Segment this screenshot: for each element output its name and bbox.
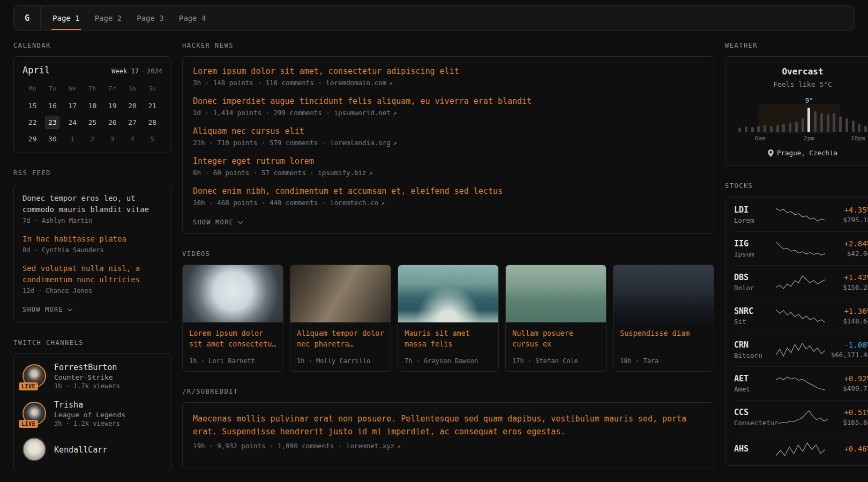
external-link-icon[interactable]: ↗ [369,169,373,177]
hn-item-title[interactable]: Donec enim nibh, condimentum et accumsan… [193,186,704,196]
left-column: CALENDAR April Week 17·2024 Mo Tu We Th … [13,37,171,482]
twitch-channel-meta: 1h · 1.7k viewers [54,382,120,390]
rss-item: In hac habitasse platea 8d · Cynthia Sau… [23,234,162,254]
video-card[interactable]: Aliquam tempor dolor nec pharetra… 1h · … [290,265,391,372]
calendar-day-header: Sa [122,82,142,97]
stock-name: Ipsum [734,250,776,258]
external-link-icon[interactable]: ↗ [380,199,385,207]
external-link-icon[interactable]: ↗ [388,79,393,87]
twitch-channel-row[interactable]: KendallCarr [23,438,162,462]
stock-sparkline [776,375,825,391]
stock-change: +0.46% [825,445,868,453]
hackernews-section-label: HACKER NEWS [182,42,714,49]
twitch-channel-row[interactable]: LIVE Trisha League of Legends 3h · 1.2k … [23,400,162,427]
twitch-channel-name: KendallCarr [54,445,107,455]
stock-sparkline [776,342,825,358]
stock-change: +4.35% [825,206,868,214]
hn-domain-link[interactable]: ipsumify.biz [318,169,366,177]
video-card[interactable]: Mauris sit amet massa felis 7h · Grayson… [398,265,499,372]
stock-name: Lorem [734,216,776,224]
twitch-channel-row[interactable]: LIVE ForrestBurton Counter-Strike 1h · 1… [23,363,162,390]
hn-item-title[interactable]: Lorem ipsum dolor sit amet, consectetur … [193,66,704,76]
stock-row[interactable]: CRN Bitcorn -1.00% $66,171.48 [734,333,868,366]
stock-row[interactable]: SNRC Sit +1.36% $148.64 [734,299,868,333]
twitch-channel-name: Trisha [54,400,125,410]
tab-page-1[interactable]: Page 1 [45,6,87,30]
video-card[interactable]: Suspendisse diam 18h · Tara [613,265,714,372]
rss-item-title[interactable]: Donec tempor eros leo, ut commodo mauris… [23,193,162,215]
weather-current-temp: 9° [805,97,813,104]
video-thumbnail[interactable] [183,265,283,322]
stock-price: $165.84 [828,418,868,426]
stock-row[interactable]: CCS Consectetur +0.51% $165.84 [734,400,868,434]
weather-bar [852,120,855,132]
stock-symbol: AHS [734,444,776,454]
rss-show-more-button[interactable]: SHOW MORE [23,306,72,313]
stock-row[interactable]: DBS Dolor +1.42% $156.28 [734,265,868,299]
hackernews-card: Lorem ipsum dolor sit amet, consectetur … [182,56,714,234]
stock-symbol: SNRC [734,306,776,316]
video-thumbnail[interactable] [290,265,391,322]
hn-item-title[interactable]: Aliquam nec cursus elit [193,126,704,136]
video-thumbnail[interactable] [506,265,606,322]
weather-bar [745,126,747,132]
stock-values: +0.51% $165.84 [828,408,868,426]
tab-page-4[interactable]: Page 4 [171,6,214,30]
twitch-channel-info: Trisha League of Legends 3h · 1.2k viewe… [54,400,125,427]
stock-name: Sit [734,318,776,326]
stock-row[interactable]: AHS +0.46% [734,434,868,464]
weather-bar [757,126,760,132]
video-thumbnail[interactable] [613,265,714,322]
calendar-day-next-month: 3 [102,131,122,147]
video-title[interactable]: Suspendisse diam [620,328,707,339]
calendar-header: April Week 17·2024 [23,65,162,76]
rss-section-label: RSS FEED [13,169,171,177]
video-title[interactable]: Aliquam tempor dolor nec pharetra… [297,328,384,349]
hn-domain-link[interactable]: loremlandia.org [330,139,391,147]
video-card[interactable]: Nullam posuere cursus ex 17h · Stefan Co… [505,265,607,372]
weather-bar [776,125,779,132]
video-title[interactable]: Lorem ipsum dolor sit amet consectetu… [189,328,276,349]
stocks-card: LDI Lorem +4.35% $795.18 IIG Ipsum [725,197,868,466]
stock-row[interactable]: AET Amet +0.92% $499.72 [734,366,868,400]
external-link-icon[interactable]: ↗ [393,109,397,117]
reddit-domain-link[interactable]: loremnet.xyz [346,442,394,450]
stock-change: +0.51% [828,408,868,417]
rss-item-title[interactable]: In hac habitasse platea [23,234,162,245]
app-logo[interactable]: G [14,6,41,30]
hn-item-title[interactable]: Donec imperdiet augue tincidunt felis al… [193,96,704,106]
subreddit-widget: /R/SUBREDDIT Maecenas mollis pulvinar er… [182,388,714,469]
calendar-day-selected: 23 [45,116,59,129]
rss-item-title[interactable]: Sed volutpat nulla nisl, a condimentum n… [23,263,162,285]
hn-item-meta: 16h · 468 points · 440 comments · loremt… [193,199,704,207]
stock-row[interactable]: IIG Ipsum +2.84% $42.04 [734,231,868,265]
calendar-day-header: Tu [42,82,62,97]
weather-bar [795,122,798,132]
hn-domain-link[interactable]: loremtech.co [330,199,378,207]
hn-show-more-button[interactable]: SHOW MORE [193,219,242,226]
calendar-day-header: Mo [23,82,42,97]
stock-values: +4.35% $795.18 [825,206,868,224]
video-card[interactable]: Lorem ipsum dolor sit amet consectetu… 1… [182,265,283,372]
external-link-icon[interactable]: ↗ [393,139,397,147]
top-navigation-bar: G Page 1 Page 2 Page 3 Page 4 [13,5,855,31]
reddit-meta-text: 19h · 9,932 points · 1,090 comments · [193,442,342,450]
calendar-day-header: Su [143,82,162,97]
hn-domain-link[interactable]: ipsumworld.net [334,109,390,117]
tab-page-3[interactable]: Page 3 [129,6,171,30]
tab-page-2[interactable]: Page 2 [87,6,130,30]
dashboard-columns: CALENDAR April Week 17·2024 Mo Tu We Th … [13,37,827,482]
twitch-section-label: TWITCH CHANNELS [13,339,171,347]
hn-item-title[interactable]: Integer eget rutrum lorem [193,156,704,166]
weather-card: Overcast Feels like 5°C 9° 6am 2pm 10pm [725,56,868,166]
stock-row[interactable]: LDI Lorem +4.35% $795.18 [734,198,868,231]
video-title[interactable]: Mauris sit amet massa felis [405,328,492,349]
reddit-post-title[interactable]: Maecenas mollis pulvinar erat non posuer… [193,412,704,438]
hn-domain-link[interactable]: loremdomain.com [326,79,386,87]
calendar-day-header: Th [83,82,102,97]
weather-hourly-chart: 9° 6am 2pm 10pm [738,97,867,142]
stock-sparkline [776,441,825,457]
video-thumbnail[interactable] [398,265,498,322]
video-title[interactable]: Nullam posuere cursus ex [512,328,600,349]
external-link-icon[interactable]: ↗ [396,442,401,450]
